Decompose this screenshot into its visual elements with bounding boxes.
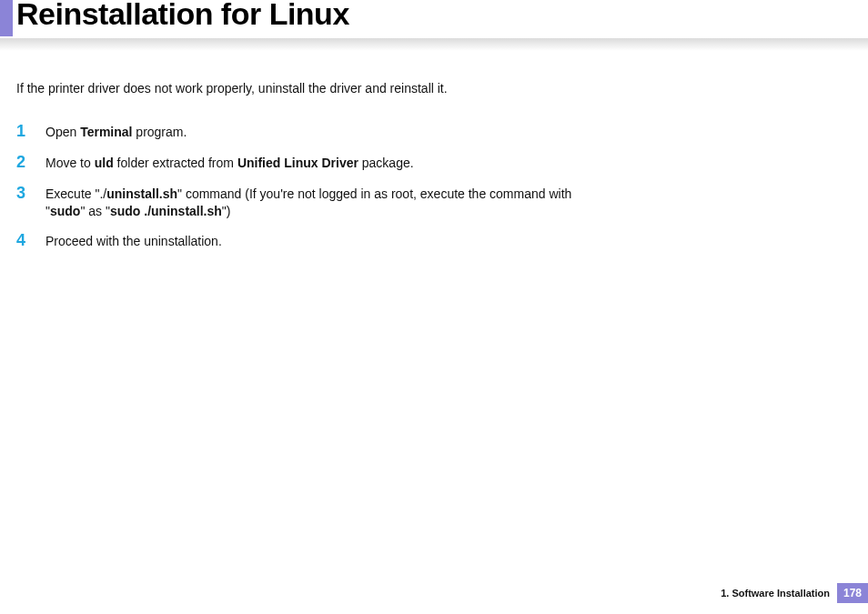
page-number-badge: 178 bbox=[837, 583, 868, 603]
steps-list: 1 Open Terminal program. 2 Move to uld f… bbox=[16, 123, 599, 250]
intro-text: If the printer driver does not work prop… bbox=[16, 80, 852, 97]
step-item: 2 Move to uld folder extracted from Unif… bbox=[16, 154, 599, 172]
footer-section-label: 1. Software Installation bbox=[721, 588, 830, 599]
page-content: If the printer driver does not work prop… bbox=[0, 53, 868, 250]
step-text: Move to uld folder extracted from Unifie… bbox=[45, 154, 599, 172]
step-number-1: 1 bbox=[16, 123, 45, 141]
page-header: Reinstallation for Linux bbox=[0, 0, 868, 53]
step-text: Proceed with the uninstallation. bbox=[45, 232, 599, 250]
header-divider bbox=[0, 38, 868, 51]
step-number-4: 4 bbox=[16, 232, 45, 250]
step-item: 4 Proceed with the uninstallation. bbox=[16, 232, 599, 250]
page-title: Reinstallation for Linux bbox=[16, 0, 349, 32]
page-footer: 1. Software Installation 178 bbox=[721, 583, 868, 603]
step-text: Execute "./uninstall.sh" command (If you… bbox=[45, 185, 599, 220]
page: Reinstallation for Linux If the printer … bbox=[0, 0, 868, 614]
header-accent-tab bbox=[0, 0, 13, 36]
step-number-3: 3 bbox=[16, 185, 45, 203]
step-number-2: 2 bbox=[16, 154, 45, 172]
step-item: 1 Open Terminal program. bbox=[16, 123, 599, 141]
step-item: 3 Execute "./uninstall.sh" command (If y… bbox=[16, 185, 599, 220]
step-text: Open Terminal program. bbox=[45, 123, 599, 141]
